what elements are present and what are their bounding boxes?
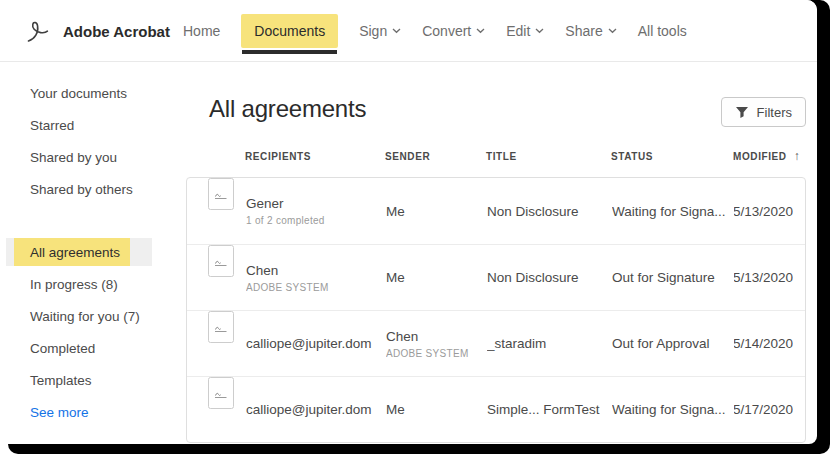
chevron-down-icon (535, 28, 544, 34)
recipients-cell: Chen ADOBE SYSTEM (246, 245, 386, 310)
sidebar-item-shared-by-you[interactable]: Shared by you (0, 141, 186, 173)
agreement-document-icon (208, 245, 234, 277)
modified-cell: 5/13/2020 (734, 245, 805, 310)
row-icon-cell (187, 311, 246, 376)
nav-sign[interactable]: Sign (359, 23, 401, 39)
nav-home[interactable]: Home (183, 23, 220, 39)
title-cell: Non Disclosure (487, 245, 612, 310)
content-area: Your documents Starred Shared by you Sha… (0, 62, 817, 443)
sender-cell: Me (386, 377, 487, 442)
row-icon-cell (187, 178, 246, 244)
row-icon-cell (187, 245, 246, 310)
sidebar-item-waiting-for-you[interactable]: Waiting for you (7) (0, 300, 186, 332)
nav-edit[interactable]: Edit (506, 23, 544, 39)
agreement-document-icon (208, 311, 234, 343)
main-panel: All agreements Filters RECIPIENTS SENDER… (186, 62, 817, 443)
status-cell: Waiting for Signa... (612, 377, 734, 442)
column-header-title[interactable]: TITLE (486, 149, 611, 163)
filters-button[interactable]: Filters (721, 97, 806, 127)
status-cell: Out for Signature (612, 245, 734, 310)
table-header-row: RECIPIENTS SENDER TITLE STATUS MODIFIED … (186, 149, 806, 163)
table-row[interactable]: calliope@jupiter.dom Chen ADOBE SYSTEM _… (187, 310, 805, 376)
sidebar-see-more-link[interactable]: See more (0, 396, 186, 428)
recipients-cell: calliope@jupiter.dom (246, 311, 386, 376)
title-cell: _staradim (487, 311, 612, 376)
top-navigation-bar: Adobe Acrobat Home Documents Sign Conver… (0, 0, 817, 62)
table-row[interactable]: calliope@jupiter.dom Me Simple... FormTe… (187, 376, 805, 442)
brand: Adobe Acrobat (24, 0, 170, 62)
nav-convert[interactable]: Convert (422, 23, 485, 39)
sender-cell: Me (386, 178, 487, 244)
modified-cell: 5/17/2020 (734, 377, 805, 442)
title-cell: Non Disclosure (487, 178, 612, 244)
funnel-icon (735, 106, 749, 119)
column-header-modified[interactable]: MODIFIED ↑ (733, 149, 812, 163)
row-icon-cell (187, 377, 246, 442)
sender-cell: Me (386, 245, 487, 310)
sidebar-item-your-documents[interactable]: Your documents (0, 77, 186, 109)
table-row[interactable]: Chen ADOBE SYSTEM Me Non Disclosure Out … (187, 244, 805, 310)
title-cell: Simple... FormTest (487, 377, 612, 442)
sidebar-item-templates[interactable]: Templates (0, 364, 186, 396)
chevron-down-icon (476, 28, 485, 34)
table-row[interactable]: Gener 1 of 2 completed Me Non Disclosure… (187, 178, 805, 244)
column-header-status[interactable]: STATUS (611, 149, 733, 163)
status-cell: Waiting for Signa... (612, 178, 734, 244)
modified-cell: 5/14/2020 (734, 311, 805, 376)
nav-share[interactable]: Share (565, 23, 616, 39)
nav-documents[interactable]: Documents (241, 14, 338, 48)
sidebar: Your documents Starred Shared by you Sha… (0, 62, 186, 443)
sidebar-item-all-agreements[interactable]: All agreements (6, 238, 152, 266)
recipients-cell: Gener 1 of 2 completed (246, 178, 386, 244)
sidebar-item-in-progress[interactable]: In progress (8) (0, 268, 186, 300)
chevron-down-icon (392, 28, 401, 34)
column-header-recipients[interactable]: RECIPIENTS (245, 149, 385, 163)
acrobat-quill-icon (24, 17, 52, 45)
agreement-document-icon (208, 178, 234, 210)
sidebar-item-starred[interactable]: Starred (0, 109, 186, 141)
agreement-document-icon (208, 377, 234, 409)
screenshot-frame: Adobe Acrobat Home Documents Sign Conver… (0, 0, 830, 454)
sidebar-item-completed[interactable]: Completed (0, 332, 186, 364)
recipients-cell: calliope@jupiter.dom (246, 377, 386, 442)
app-title: Adobe Acrobat (63, 23, 170, 40)
chevron-down-icon (608, 28, 617, 34)
column-header-spacer (186, 149, 245, 163)
agreements-table: Gener 1 of 2 completed Me Non Disclosure… (186, 177, 806, 443)
acrobat-web-app: Adobe Acrobat Home Documents Sign Conver… (0, 0, 817, 444)
status-cell: Out for Approval (612, 311, 734, 376)
sidebar-agreements-group: All agreements In progress (8) Waiting f… (0, 236, 186, 428)
arrow-up-icon: ↑ (794, 149, 801, 163)
nav-all-tools[interactable]: All tools (638, 23, 687, 39)
sender-cell: Chen ADOBE SYSTEM (386, 311, 487, 376)
modified-cell: 5/13/2020 (734, 178, 805, 244)
column-header-sender[interactable]: SENDER (385, 149, 486, 163)
main-nav: Home Documents Sign Convert Edit Share A… (183, 0, 687, 62)
page-title: All agreements (209, 95, 366, 123)
sidebar-item-shared-by-others[interactable]: Shared by others (0, 173, 186, 205)
